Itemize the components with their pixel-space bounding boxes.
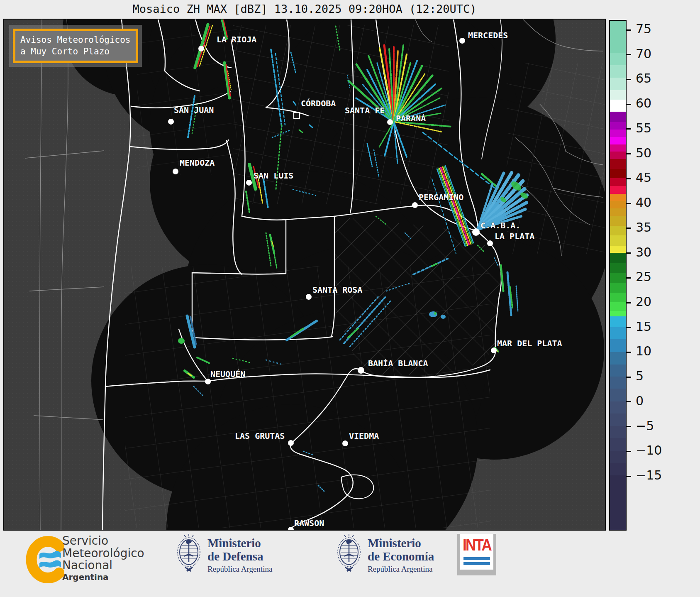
- inta-logo: INTA: [457, 534, 496, 575]
- radar-map: MERCEDESLA RIOJASAN JUANCÓRDOBASANTA FEP…: [3, 19, 606, 531]
- colorbar-gradient: [609, 20, 627, 531]
- city-label: MAR DEL PLATA: [497, 338, 562, 348]
- economia-logo-text: Ministerio de Economía República Argenti…: [368, 536, 434, 574]
- colorbar-tick-label: 55: [636, 121, 651, 135]
- city-label: LAS GRUTAS: [235, 431, 285, 441]
- colorbar-tick-label: 35: [636, 220, 651, 235]
- colorbar-tick-mark: [627, 203, 631, 204]
- warning-line-2: a Muy Corto Plazo: [20, 46, 131, 57]
- colorbar-tick-label: 30: [636, 245, 651, 259]
- colorbar-tick-label: 70: [636, 46, 651, 61]
- city-dot: [205, 379, 211, 384]
- colorbar-tick-mark: [627, 178, 631, 179]
- city-label: BAHÍA BLANCA: [368, 358, 428, 368]
- colorbar-tick-mark: [627, 54, 631, 55]
- radar-product-page: Mosaico ZH MAX [dBZ] 13.10.2025 09:20HOA…: [0, 0, 700, 597]
- inta-logo-text: INTA: [461, 536, 492, 554]
- city-label: SAN JUAN: [174, 105, 214, 115]
- city-dot: [487, 240, 493, 246]
- city-dot: [168, 119, 174, 125]
- city-label: MERCEDES: [468, 30, 508, 40]
- colorbar-tick-label: 75: [636, 22, 651, 36]
- colorbar-tick-mark: [627, 277, 631, 279]
- city-dot: [288, 440, 294, 446]
- economia-crest-icon: [334, 533, 363, 576]
- colorbar-tick-label: 65: [636, 71, 651, 86]
- colorbar-tick-mark: [627, 426, 631, 427]
- colorbar-tick-mark: [627, 377, 631, 378]
- colorbar-tick-mark: [627, 104, 631, 105]
- colorbar-tick-label: 50: [636, 146, 651, 160]
- city-dot: [412, 202, 418, 208]
- warning-box[interactable]: Avisos Meteorológicos a Muy Corto Plazo: [9, 25, 142, 67]
- colorbar-tick-label: 15: [636, 319, 651, 334]
- colorbar-tick-mark: [627, 476, 631, 477]
- colorbar-tick-mark: [627, 128, 631, 130]
- colorbar-tick-mark: [627, 327, 631, 328]
- colorbar-tick-label: 45: [636, 171, 651, 185]
- colorbar-tick-mark: [627, 252, 631, 254]
- city-santa-fe: SANTA FE: [345, 105, 385, 115]
- footer: Servicio Meteorológico Nacional Argentin…: [0, 531, 700, 597]
- city-dot: [246, 180, 252, 186]
- colorbar-tick-label: 25: [636, 270, 651, 284]
- city-label: SAN LUIS: [254, 171, 293, 181]
- smn-logo-icon: [23, 534, 64, 584]
- colorbar-tick-mark: [627, 401, 631, 402]
- colorbar-tick-mark: [627, 302, 631, 303]
- city-label: PARANÁ: [396, 113, 426, 123]
- colorbar-tick-label: 60: [636, 96, 651, 111]
- city-dot: [342, 440, 348, 446]
- colorbar-tick-label: 5: [636, 369, 644, 384]
- city-label: RAWSON: [294, 518, 324, 528]
- defensa-crest-icon: [174, 533, 203, 576]
- city-label: SANTA ROSA: [312, 285, 362, 295]
- city-label: SANTA FE: [345, 105, 385, 115]
- city-label: PERGAMINO: [419, 192, 463, 202]
- colorbar-tick-mark: [627, 79, 631, 80]
- colorbar-tick-label: −5: [636, 418, 654, 433]
- city-label: C.A.B.A.: [480, 220, 520, 230]
- city-dot: [173, 169, 178, 174]
- colorbar-tick-mark: [627, 228, 631, 229]
- city-dot: [491, 347, 497, 353]
- city-label: LA PLATA: [495, 231, 534, 241]
- city-dot: [387, 119, 393, 125]
- city-dot: [198, 46, 204, 51]
- city-square-marker: [294, 113, 300, 118]
- colorbar-tick-label: 0: [636, 394, 644, 408]
- colorbar-ticks: 757065605550454035302520151050−5−10−15: [627, 20, 697, 531]
- colorbar-tick-mark: [627, 153, 631, 154]
- city-label: MENDOZA: [180, 158, 215, 168]
- city-label: NEUQUÉN: [210, 369, 245, 379]
- colorbar-tick-label: −15: [636, 468, 662, 483]
- colorbar-tick-label: 20: [636, 294, 651, 309]
- city-dot: [459, 38, 465, 44]
- city-label: VIEDMA: [349, 431, 379, 441]
- warning-line-1: Avisos Meteorológicos: [20, 34, 131, 46]
- colorbar-tick-mark: [627, 29, 631, 31]
- colorbar-tick-label: 10: [636, 344, 651, 359]
- city-label: LA RIOJA: [217, 34, 256, 44]
- colorbar-tick-label: −10: [636, 443, 662, 458]
- colorbar-tick-mark: [627, 352, 631, 353]
- smn-logo-text: Servicio Meteorológico Nacional Argentin…: [62, 535, 144, 582]
- colorbar-tick-mark: [627, 451, 631, 452]
- page-title: Mosaico ZH MAX [dBZ] 13.10.2025 09:20HOA…: [3, 2, 606, 15]
- city-dot: [472, 228, 480, 236]
- city-dot: [358, 367, 364, 374]
- city-label: CÓRDOBA: [301, 98, 336, 108]
- colorbar-tick-label: 40: [636, 196, 651, 210]
- city-dot: [306, 294, 312, 300]
- defensa-logo-text: Ministerio de Defensa República Argentin…: [207, 536, 272, 574]
